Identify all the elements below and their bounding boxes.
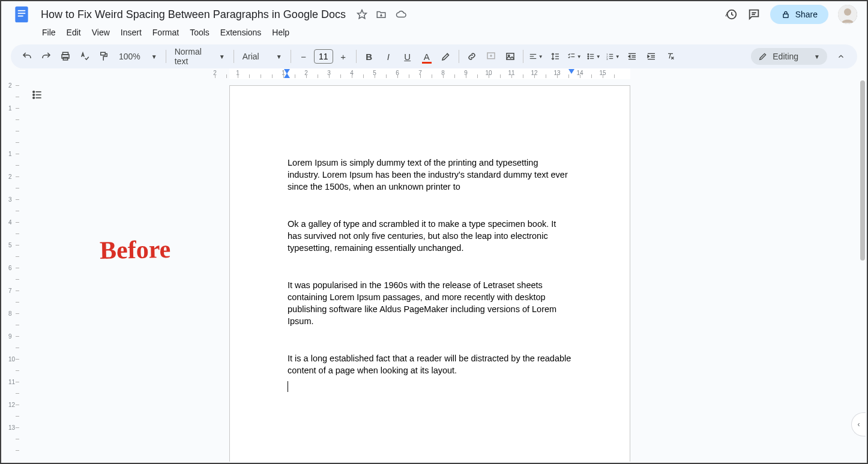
separator: [459, 50, 459, 63]
document-outline-button[interactable]: [29, 86, 46, 103]
highlight-button[interactable]: [437, 48, 455, 65]
svg-point-26: [588, 54, 589, 55]
pencil-icon: [758, 52, 768, 61]
docs-logo[interactable]: [11, 4, 32, 25]
chevron-down-icon: ▼: [151, 53, 157, 60]
chevron-down-icon: ▼: [276, 53, 282, 60]
svg-point-27: [588, 56, 589, 57]
insert-image-button[interactable]: [501, 48, 519, 65]
annotation-before: Before: [100, 235, 171, 265]
title-icons: [357, 9, 407, 20]
print-button[interactable]: [56, 48, 74, 65]
svg-text:3: 3: [606, 58, 608, 61]
increase-indent-button[interactable]: [642, 48, 660, 65]
line-spacing-button[interactable]: [546, 48, 564, 65]
italic-button[interactable]: I: [379, 48, 397, 65]
increase-font-button[interactable]: +: [334, 48, 352, 65]
svg-point-50: [33, 94, 35, 96]
svg-rect-8: [783, 14, 788, 17]
comments-icon[interactable]: [747, 8, 761, 21]
text-color-button[interactable]: A: [418, 48, 436, 65]
share-label: Share: [795, 10, 818, 19]
redo-button[interactable]: [37, 48, 55, 65]
zoom-value: 100%: [119, 52, 140, 61]
align-dropdown[interactable]: ▼: [527, 48, 545, 65]
text-cursor: [288, 381, 288, 392]
paragraph-style-dropdown[interactable]: Normal text▼: [170, 48, 230, 65]
menu-format[interactable]: Format: [148, 25, 184, 40]
font-value: Arial: [243, 52, 259, 61]
editing-mode-dropdown[interactable]: Editing ▼: [751, 48, 827, 65]
svg-rect-1: [18, 10, 25, 11]
cloud-status-icon[interactable]: [395, 9, 407, 20]
font-dropdown[interactable]: Arial▼: [238, 48, 287, 65]
undo-button[interactable]: [18, 48, 36, 65]
paragraph[interactable]: Ok a galley of type and scrambled it to …: [288, 218, 572, 254]
document-title[interactable]: How to Fix Weird Spacing Between Paragra…: [37, 7, 349, 22]
underline-button[interactable]: U: [399, 48, 417, 65]
svg-point-48: [33, 91, 35, 93]
star-icon[interactable]: [357, 9, 367, 20]
numbered-list-dropdown[interactable]: 123▼: [604, 48, 622, 65]
canvas: Before Lorem Ipsum is simply dummy text …: [22, 79, 867, 462]
paint-format-button[interactable]: [95, 48, 113, 65]
menu-file[interactable]: File: [37, 25, 61, 40]
mode-label: Editing: [773, 52, 798, 61]
vertical-scrollbar[interactable]: [860, 80, 866, 447]
zoom-dropdown[interactable]: 100%▼: [114, 48, 162, 65]
paragraph[interactable]: Lorem Ipsum is simply dummy text of the …: [288, 157, 572, 193]
checklist-dropdown[interactable]: ▼: [565, 48, 583, 65]
separator: [166, 50, 166, 63]
menu-tools[interactable]: Tools: [185, 25, 214, 40]
svg-rect-3: [18, 16, 23, 17]
menubar: File Edit View Insert Format Tools Exten…: [1, 23, 867, 42]
page[interactable]: Lorem Ipsum is simply dummy text of the …: [229, 85, 630, 462]
style-value: Normal text: [175, 47, 217, 66]
paragraph[interactable]: It was popularised in the 1960s with the…: [288, 279, 572, 327]
menu-extensions[interactable]: Extensions: [215, 25, 266, 40]
header-right: Share: [725, 5, 857, 24]
chevron-down-icon: ▼: [219, 53, 225, 60]
collapse-toolbar-button[interactable]: [832, 47, 850, 65]
add-comment-button[interactable]: [482, 48, 500, 65]
svg-rect-16: [507, 53, 514, 60]
titlebar: How to Fix Weird Spacing Between Paragra…: [1, 1, 867, 23]
move-icon[interactable]: [376, 9, 387, 20]
decrease-indent-button[interactable]: [623, 48, 641, 65]
scrollbar-thumb[interactable]: [860, 80, 865, 261]
svg-marker-4: [357, 10, 366, 19]
svg-point-10: [844, 8, 851, 16]
right-indent-marker[interactable]: [568, 69, 574, 74]
chevron-down-icon: ▼: [814, 53, 820, 60]
bullet-list-dropdown[interactable]: ▼: [585, 48, 603, 65]
workspace: 2112345678910111213 Before Lorem Ipsum i…: [1, 79, 867, 462]
font-size-input[interactable]: 11: [314, 49, 333, 64]
share-button[interactable]: Share: [770, 5, 828, 24]
separator: [523, 50, 523, 63]
horizontal-ruler[interactable]: 21123456789101112131415: [22, 68, 867, 79]
avatar[interactable]: [838, 5, 857, 24]
spellcheck-button[interactable]: [76, 48, 94, 65]
insert-link-button[interactable]: [463, 48, 481, 65]
menu-edit[interactable]: Edit: [62, 25, 86, 40]
toolbar: 100%▼ Normal text▼ Arial▼ − 11 + B I U A…: [11, 44, 857, 68]
lock-icon: [781, 10, 791, 19]
clear-formatting-button[interactable]: [662, 48, 680, 65]
bold-button[interactable]: B: [360, 48, 378, 65]
svg-rect-14: [101, 52, 106, 55]
separator: [291, 50, 291, 63]
menu-view[interactable]: View: [87, 25, 115, 40]
separator: [234, 50, 234, 63]
history-icon[interactable]: [725, 8, 738, 21]
svg-point-52: [33, 97, 35, 99]
svg-rect-2: [18, 13, 25, 14]
menu-help[interactable]: Help: [267, 25, 294, 40]
svg-point-28: [588, 58, 589, 59]
decrease-font-button[interactable]: −: [295, 48, 313, 65]
menu-insert[interactable]: Insert: [116, 25, 146, 40]
paragraph[interactable]: It is a long established fact that a rea…: [288, 352, 572, 376]
separator: [356, 50, 357, 63]
svg-rect-0: [15, 7, 28, 23]
vertical-ruler[interactable]: 2112345678910111213: [1, 79, 22, 462]
